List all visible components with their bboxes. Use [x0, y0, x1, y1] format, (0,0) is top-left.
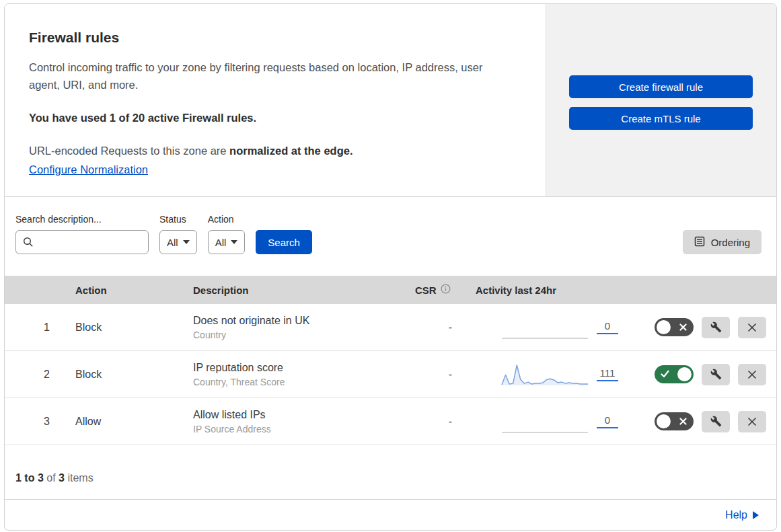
normalization-prefix: URL-encoded Requests to this zone are — [29, 145, 227, 157]
delete-rule-button[interactable] — [738, 411, 766, 432]
create-firewall-rule-button[interactable]: Create firewall rule — [569, 75, 753, 98]
search-input[interactable] — [15, 230, 149, 254]
page-title: Firewall rules — [29, 30, 525, 46]
delete-rule-button[interactable] — [738, 317, 766, 338]
header-activity: Activity last 24hr — [476, 284, 620, 296]
edit-rule-button[interactable] — [702, 317, 730, 338]
action-label: Action — [208, 214, 246, 225]
rule-controls-cell — [620, 364, 776, 385]
normalization-bold: normalized at the edge. — [229, 145, 352, 157]
rule-description: Allow listed IPs — [193, 409, 412, 421]
activity-sparkline — [501, 314, 589, 341]
items-word: items — [67, 472, 93, 484]
help-bar: Help — [5, 499, 776, 530]
configure-normalization-link[interactable]: Configure Normalization — [29, 163, 148, 176]
status-selected-value: All — [167, 237, 178, 248]
rule-activity-cell: 111 — [476, 361, 620, 388]
status-filter-group: Status All — [159, 214, 197, 254]
rule-action: Block — [75, 321, 193, 334]
help-link[interactable]: Help — [725, 509, 759, 521]
table-header-row: Action Description CSR Activity last 24h… — [5, 276, 776, 304]
search-label: Search description... — [15, 214, 149, 225]
rule-csr-value: - — [412, 321, 476, 334]
rule-enabled-toggle[interactable] — [655, 318, 694, 336]
table-row: 2 Block IP reputation score Country, Thr… — [5, 351, 776, 398]
rule-description: IP reputation score — [193, 362, 412, 374]
rule-description-cell: IP reputation score Country, Threat Scor… — [193, 362, 412, 387]
ordering-button[interactable]: Ordering — [683, 230, 761, 254]
activity-sparkline — [501, 361, 589, 388]
actions-panel: Create firewall rule Create mTLS rule — [545, 4, 776, 196]
action-selected-value: All — [215, 237, 227, 248]
edit-rule-button[interactable] — [702, 411, 730, 432]
normalization-note: URL-encoded Requests to this zone are no… — [29, 145, 525, 157]
items-total: 3 — [59, 472, 65, 484]
items-count-footer: 1 to 3 of 3 items — [5, 445, 776, 499]
activity-count-link[interactable]: 0 — [597, 414, 618, 428]
activity-sparkline — [501, 408, 589, 435]
rule-enabled-toggle[interactable] — [655, 365, 694, 383]
rules-list-card: Search description... Status All Action … — [4, 197, 777, 531]
ordering-button-label: Ordering — [711, 237, 750, 248]
help-link-label: Help — [725, 509, 747, 521]
rule-priority: 3 — [5, 416, 75, 428]
firewall-rules-card: Firewall rules Control incoming traffic … — [4, 3, 777, 197]
table-row: 3 Allow Allow listed IPs IP Source Addre… — [5, 398, 776, 445]
firewall-rules-intro: Firewall rules Control incoming traffic … — [5, 4, 545, 196]
rule-match-fields: Country — [193, 330, 412, 340]
rule-controls-cell — [620, 411, 776, 432]
rule-action: Allow — [75, 416, 193, 428]
status-label: Status — [159, 214, 197, 225]
info-icon[interactable] — [441, 284, 451, 296]
rule-controls-cell — [620, 317, 776, 338]
table-row: 1 Block Does not originate in UK Country… — [5, 304, 776, 351]
rule-description: Does not originate in UK — [193, 315, 412, 327]
chevron-down-icon — [183, 240, 190, 244]
header-action: Action — [75, 284, 193, 296]
toggle-knob — [657, 414, 671, 428]
search-group: Search description... — [15, 214, 149, 254]
rule-priority: 2 — [5, 369, 75, 381]
table-body: 1 Block Does not originate in UK Country… — [5, 304, 776, 445]
action-filter-group: Action All — [208, 214, 246, 254]
header-csr: CSR — [415, 284, 437, 296]
rule-csr-value: - — [412, 416, 476, 428]
action-select[interactable]: All — [208, 230, 246, 254]
rule-enabled-toggle[interactable] — [655, 412, 694, 430]
delete-rule-button[interactable] — [738, 364, 766, 385]
close-icon — [747, 369, 757, 380]
close-icon — [747, 322, 757, 333]
filter-bar: Search description... Status All Action … — [5, 197, 776, 276]
search-button[interactable]: Search — [256, 230, 312, 254]
page-description: Control incoming traffic to your zone by… — [29, 59, 493, 93]
toggle-knob — [657, 320, 671, 334]
chevron-down-icon — [231, 240, 237, 244]
ordering-list-icon — [694, 236, 705, 249]
rule-priority: 1 — [5, 321, 75, 334]
arrow-right-icon — [753, 511, 759, 519]
close-icon — [747, 416, 757, 427]
activity-count-link[interactable]: 111 — [597, 367, 618, 381]
usage-note: You have used 1 of 20 active Firewall ru… — [29, 112, 525, 124]
wrench-icon — [710, 416, 722, 427]
items-range: 1 to 3 — [15, 472, 44, 484]
rule-description-cell: Does not originate in UK Country — [193, 315, 412, 340]
status-select[interactable]: All — [159, 230, 197, 254]
rule-csr-value: - — [412, 369, 476, 381]
create-mtls-rule-button[interactable]: Create mTLS rule — [569, 107, 753, 130]
rule-description-cell: Allow listed IPs IP Source Address — [193, 409, 412, 434]
activity-count-link[interactable]: 0 — [597, 320, 618, 334]
wrench-icon — [710, 369, 722, 380]
rule-activity-cell: 0 — [476, 314, 620, 341]
rule-match-fields: Country, Threat Score — [193, 377, 412, 387]
toggle-knob — [677, 367, 692, 381]
rule-action: Block — [75, 369, 193, 381]
search-icon — [23, 237, 34, 250]
edit-rule-button[interactable] — [702, 364, 730, 385]
wrench-icon — [710, 321, 722, 333]
rule-match-fields: IP Source Address — [193, 424, 412, 434]
items-of-word: of — [46, 472, 55, 484]
header-description: Description — [193, 284, 412, 296]
rule-activity-cell: 0 — [476, 408, 620, 435]
